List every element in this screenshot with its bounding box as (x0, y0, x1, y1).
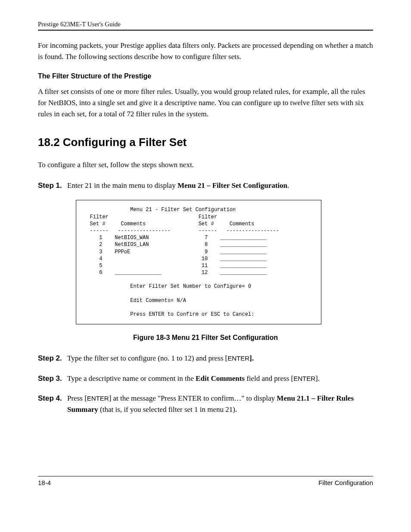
step-content: Press [ENTER] at the message "Press ENTE… (67, 393, 373, 416)
section-title: 18.2 Configuring a Filter Set (38, 136, 373, 149)
running-header: Prestige 623ME-T User's Guide (38, 21, 373, 31)
step-label: Step 3. (38, 373, 67, 384)
step-4: Step 4. Press [ENTER] at the message "Pr… (38, 393, 373, 416)
step-2: Step 2. Type the filter set to configure… (38, 353, 373, 364)
step-content: Type the filter set to configure (no. 1 … (67, 353, 373, 364)
intro-paragraph: For incoming packets, your Prestige appl… (38, 40, 373, 63)
step-label: Step 1. (38, 180, 67, 191)
page-number: 18-4 (38, 479, 51, 486)
step-1: Step 1. Enter 21 in the main menu to dis… (38, 180, 373, 191)
figure-caption: Figure 18-3 Menu 21 Filter Set Configura… (38, 334, 373, 342)
terminal-screenshot: Menu 21 - Filter Set Configuration Filte… (76, 200, 321, 324)
step-content: Type a descriptive name or comment in th… (67, 373, 373, 384)
step-label: Step 4. (38, 393, 67, 416)
subsection-paragraph: A filter set consists of one or more fil… (38, 86, 373, 120)
page-footer: 18-4 Filter Configuration (38, 476, 373, 486)
step-3: Step 3. Type a descriptive name or comme… (38, 373, 373, 384)
footer-section-name: Filter Configuration (318, 479, 373, 486)
steps-list: Step 1. Enter 21 in the main menu to dis… (38, 180, 373, 416)
section-intro: To configure a filter set, follow the st… (38, 159, 373, 171)
step-label: Step 2. (38, 353, 67, 364)
subsection-title: The Filter Structure of the Prestige (38, 72, 373, 80)
step-content: Enter 21 in the main menu to display Men… (67, 180, 373, 191)
